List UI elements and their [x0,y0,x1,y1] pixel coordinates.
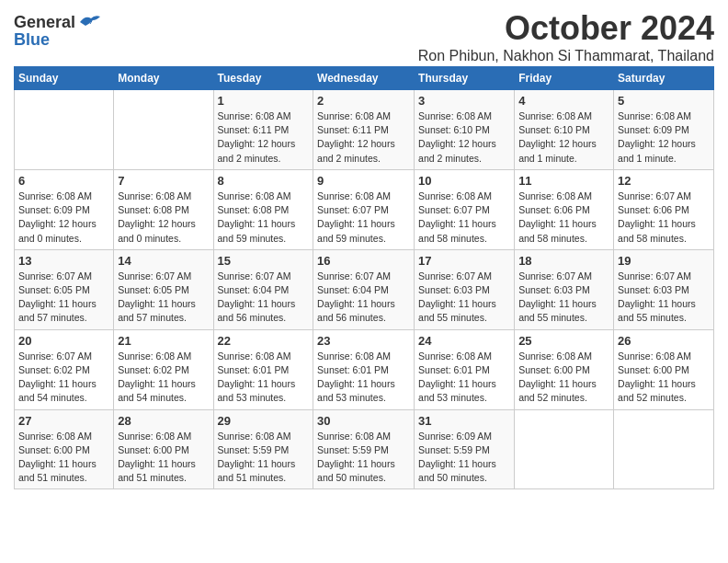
calendar-cell [15,90,114,170]
day-number: 5 [618,94,710,108]
day-number: 11 [518,174,609,188]
day-info: Sunrise: 6:07 AM Sunset: 6:03 PM Dayligh… [418,270,510,326]
weekday-header-wednesday: Wednesday [313,67,415,90]
day-info: Sunrise: 6:08 AM Sunset: 6:00 PM Dayligh… [18,430,109,486]
day-info: Sunrise: 6:08 AM Sunset: 6:00 PM Dayligh… [618,350,710,406]
calendar-cell: 9Sunrise: 6:08 AM Sunset: 6:07 PM Daylig… [313,169,415,249]
calendar-cell: 22Sunrise: 6:08 AM Sunset: 6:01 PM Dayli… [213,329,313,409]
day-number: 16 [317,254,410,268]
day-info: Sunrise: 6:08 AM Sunset: 6:00 PM Dayligh… [118,430,209,486]
logo-blue: Blue [14,30,50,50]
day-info: Sunrise: 6:09 AM Sunset: 5:59 PM Dayligh… [418,430,510,486]
calendar-body: 1Sunrise: 6:08 AM Sunset: 6:11 PM Daylig… [15,90,714,489]
logo-general: General [14,13,75,32]
day-info: Sunrise: 6:08 AM Sunset: 6:10 PM Dayligh… [518,109,609,166]
day-number: 12 [618,174,710,188]
day-number: 17 [418,254,510,268]
day-info: Sunrise: 6:07 AM Sunset: 6:05 PM Dayligh… [118,270,209,326]
calendar-week-row: 6Sunrise: 6:08 AM Sunset: 6:09 PM Daylig… [15,169,714,249]
day-number: 27 [18,414,109,428]
day-number: 3 [418,94,510,108]
location-subtitle: Ron Phibun, Nakhon Si Thammarat, Thailan… [418,48,714,64]
day-info: Sunrise: 6:08 AM Sunset: 6:10 PM Dayligh… [418,109,510,166]
logo: General Blue [14,13,102,50]
day-number: 1 [218,94,310,108]
day-info: Sunrise: 6:07 AM Sunset: 6:02 PM Dayligh… [18,350,109,406]
day-number: 30 [317,414,410,428]
day-number: 23 [317,334,410,348]
day-info: Sunrise: 6:08 AM Sunset: 6:06 PM Dayligh… [518,190,609,246]
calendar-week-row: 1Sunrise: 6:08 AM Sunset: 6:11 PM Daylig… [15,90,714,170]
day-info: Sunrise: 6:07 AM Sunset: 6:06 PM Dayligh… [618,190,710,246]
calendar-cell: 20Sunrise: 6:07 AM Sunset: 6:02 PM Dayli… [15,329,114,409]
weekday-header-row: SundayMondayTuesdayWednesdayThursdayFrid… [15,67,714,90]
day-info: Sunrise: 6:07 AM Sunset: 6:04 PM Dayligh… [317,270,410,326]
day-info: Sunrise: 6:07 AM Sunset: 6:03 PM Dayligh… [618,270,710,326]
header: General Blue October 2024 Ron Phibun, Na… [14,9,714,64]
day-number: 9 [317,174,410,188]
weekday-header-saturday: Saturday [614,67,714,90]
calendar-cell: 13Sunrise: 6:07 AM Sunset: 6:05 PM Dayli… [15,249,114,329]
calendar-cell [515,409,614,489]
day-info: Sunrise: 6:08 AM Sunset: 6:01 PM Dayligh… [218,350,310,406]
calendar-cell: 30Sunrise: 6:08 AM Sunset: 5:59 PM Dayli… [313,409,415,489]
calendar-cell: 12Sunrise: 6:07 AM Sunset: 6:06 PM Dayli… [614,169,714,249]
day-number: 26 [618,334,710,348]
calendar-cell: 31Sunrise: 6:09 AM Sunset: 5:59 PM Dayli… [415,409,515,489]
day-number: 7 [118,174,209,188]
day-number: 15 [218,254,310,268]
calendar-cell: 8Sunrise: 6:08 AM Sunset: 6:08 PM Daylig… [213,169,313,249]
day-number: 28 [118,414,209,428]
calendar-cell: 17Sunrise: 6:07 AM Sunset: 6:03 PM Dayli… [415,249,515,329]
day-number: 6 [18,174,109,188]
calendar-cell [114,90,213,170]
weekday-header-thursday: Thursday [415,67,515,90]
day-number: 4 [518,94,609,108]
day-info: Sunrise: 6:08 AM Sunset: 6:01 PM Dayligh… [418,350,510,406]
calendar-cell: 4Sunrise: 6:08 AM Sunset: 6:10 PM Daylig… [515,90,614,170]
calendar-cell: 28Sunrise: 6:08 AM Sunset: 6:00 PM Dayli… [114,409,213,489]
weekday-header-monday: Monday [114,67,213,90]
day-info: Sunrise: 6:08 AM Sunset: 6:00 PM Dayligh… [518,350,609,406]
day-info: Sunrise: 6:08 AM Sunset: 6:02 PM Dayligh… [118,350,209,406]
calendar-cell: 23Sunrise: 6:08 AM Sunset: 6:01 PM Dayli… [313,329,415,409]
calendar-cell: 3Sunrise: 6:08 AM Sunset: 6:10 PM Daylig… [415,90,515,170]
weekday-header-friday: Friday [515,67,614,90]
day-number: 20 [18,334,109,348]
title-block: October 2024 Ron Phibun, Nakhon Si Thamm… [418,9,714,64]
calendar-cell: 15Sunrise: 6:07 AM Sunset: 6:04 PM Dayli… [213,249,313,329]
logo-bird-icon [78,13,102,31]
calendar-cell: 21Sunrise: 6:08 AM Sunset: 6:02 PM Dayli… [114,329,213,409]
page-title: October 2024 [418,9,714,48]
day-number: 14 [118,254,209,268]
calendar-cell: 1Sunrise: 6:08 AM Sunset: 6:11 PM Daylig… [213,90,313,170]
day-number: 18 [518,254,609,268]
day-number: 22 [218,334,310,348]
weekday-header-sunday: Sunday [15,67,114,90]
calendar-week-row: 13Sunrise: 6:07 AM Sunset: 6:05 PM Dayli… [15,249,714,329]
day-number: 25 [518,334,609,348]
day-number: 24 [418,334,510,348]
calendar-cell: 11Sunrise: 6:08 AM Sunset: 6:06 PM Dayli… [515,169,614,249]
calendar-cell: 7Sunrise: 6:08 AM Sunset: 6:08 PM Daylig… [114,169,213,249]
calendar-cell [614,409,714,489]
calendar-cell: 29Sunrise: 6:08 AM Sunset: 5:59 PM Dayli… [213,409,313,489]
calendar-week-row: 27Sunrise: 6:08 AM Sunset: 6:00 PM Dayli… [15,409,714,489]
day-info: Sunrise: 6:08 AM Sunset: 6:08 PM Dayligh… [118,190,209,246]
calendar-cell: 26Sunrise: 6:08 AM Sunset: 6:00 PM Dayli… [614,329,714,409]
calendar-table: SundayMondayTuesdayWednesdayThursdayFrid… [14,66,714,489]
day-info: Sunrise: 6:07 AM Sunset: 6:03 PM Dayligh… [518,270,609,326]
day-info: Sunrise: 6:08 AM Sunset: 6:09 PM Dayligh… [618,109,710,166]
day-info: Sunrise: 6:08 AM Sunset: 6:11 PM Dayligh… [317,109,410,166]
calendar-cell: 14Sunrise: 6:07 AM Sunset: 6:05 PM Dayli… [114,249,213,329]
day-info: Sunrise: 6:08 AM Sunset: 6:07 PM Dayligh… [418,190,510,246]
day-number: 13 [18,254,109,268]
day-info: Sunrise: 6:08 AM Sunset: 6:11 PM Dayligh… [218,109,310,166]
day-number: 10 [418,174,510,188]
calendar-cell: 6Sunrise: 6:08 AM Sunset: 6:09 PM Daylig… [15,169,114,249]
calendar-cell: 10Sunrise: 6:08 AM Sunset: 6:07 PM Dayli… [415,169,515,249]
day-info: Sunrise: 6:08 AM Sunset: 6:09 PM Dayligh… [18,190,109,246]
day-info: Sunrise: 6:07 AM Sunset: 6:04 PM Dayligh… [218,270,310,326]
calendar-week-row: 20Sunrise: 6:07 AM Sunset: 6:02 PM Dayli… [15,329,714,409]
calendar-header: SundayMondayTuesdayWednesdayThursdayFrid… [15,67,714,90]
